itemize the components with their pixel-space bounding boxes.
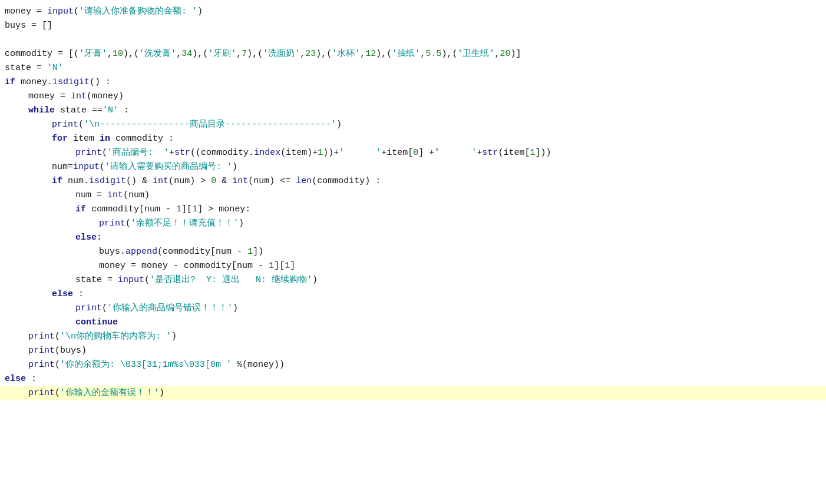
- op-token: =: [26, 21, 42, 31]
- num-token: 0: [413, 148, 418, 158]
- str-token: '洗面奶': [263, 49, 300, 59]
- method-token: isdigit: [89, 176, 126, 186]
- str-token: '你输入的商品编号错误！！！': [107, 303, 233, 313]
- line-content: print('你输入的商品编号错误！！！'): [0, 301, 826, 316]
- line-content: buys = []: [0, 19, 826, 33]
- op-token: :: [245, 204, 250, 214]
- var-token: money: [28, 91, 55, 101]
- code-line: else :: [0, 287, 826, 301]
- op-token: &: [216, 176, 232, 186]
- kw-token: for: [52, 134, 68, 144]
- bracket-token: [: [187, 204, 192, 214]
- op-token: -: [253, 261, 269, 271]
- op-token: =: [52, 49, 68, 59]
- punct-token: (: [123, 190, 128, 200]
- var-token: state: [75, 275, 102, 285]
- str-token: '\n你的购物车的内容为: ': [60, 331, 171, 341]
- builtin-token: print: [28, 331, 55, 341]
- code-line: print(buys): [0, 344, 826, 358]
- var-token: num: [253, 176, 269, 186]
- num-token: 20: [500, 49, 510, 59]
- str-token: '洗发膏': [139, 49, 176, 59]
- op-token: =: [91, 190, 107, 200]
- num-token: 1: [285, 261, 290, 271]
- punct-token: ),(: [192, 49, 208, 59]
- str-token: '抽纸': [392, 49, 420, 59]
- var-token: money: [247, 360, 274, 370]
- kw-token: if: [75, 204, 86, 214]
- bracket-token: ]: [274, 261, 279, 271]
- kw-token: if: [52, 176, 62, 186]
- bracket-token: ]: [197, 204, 203, 214]
- punct-token: ((: [190, 148, 201, 158]
- builtin-token: print: [28, 346, 55, 356]
- punct-token: ): [197, 6, 203, 16]
- builtin-token: int: [71, 91, 87, 101]
- var-token: item: [68, 134, 94, 144]
- code-line: else :: [0, 372, 826, 386]
- punct-token: .: [84, 176, 89, 186]
- punct-token: ,: [176, 49, 181, 59]
- code-line: num=input('请输入需要购买的商品编号: '): [0, 160, 826, 174]
- op-token: =: [68, 162, 73, 172]
- num-token: 1: [176, 204, 181, 214]
- builtin-token: print: [28, 388, 55, 398]
- var-token: num: [144, 204, 160, 214]
- bracket-token: [: [408, 148, 413, 158]
- num-token: 0: [211, 176, 216, 186]
- op-token: >: [203, 204, 219, 214]
- punct-token: .: [47, 77, 52, 87]
- var-token: item: [503, 148, 524, 158]
- op-token: -: [168, 261, 184, 271]
- str-token: '请输入需要购买的商品编号: ': [105, 162, 232, 172]
- punct-token: ,: [360, 49, 365, 59]
- code-line: print('\n-----------------商品目录----------…: [0, 118, 826, 132]
- method-token: append: [125, 247, 157, 257]
- op-token: =: [102, 275, 118, 285]
- op-token: +: [477, 148, 482, 158]
- str-token: 'N': [103, 105, 118, 115]
- punct-token: ),(: [247, 49, 263, 59]
- num-token: 1: [318, 148, 323, 158]
- line-content: if money.isdigit() :: [0, 75, 826, 89]
- punct-token: ),(: [123, 49, 139, 59]
- str-token: '你输入的金额有误！！': [60, 388, 159, 398]
- builtin-token: input: [73, 162, 100, 172]
- var-token: state: [5, 63, 31, 73]
- str-token: '卫生纸': [457, 49, 494, 59]
- builtin-token: str: [482, 148, 498, 158]
- op-token: >: [195, 176, 211, 186]
- op-token: <=: [275, 176, 296, 186]
- var-token: commodity: [317, 176, 365, 186]
- builtin-token: print: [75, 148, 102, 158]
- punct-token: (: [78, 120, 84, 130]
- punct-token: (): [90, 77, 100, 87]
- num-token: 7: [242, 49, 247, 59]
- code-line: buys.append(commodity[num - 1]): [0, 245, 826, 259]
- line-content: print('你的余额为: \033[31;1m%s\033[0m ' %(mo…: [0, 358, 826, 372]
- line-content: else :: [0, 287, 826, 301]
- bracket-token: [: [210, 247, 216, 257]
- line-content: commodity = [('牙膏',10),('洗发膏',34),('牙刷',…: [0, 47, 826, 61]
- op-token: =: [55, 91, 71, 101]
- method-token: isdigit: [52, 77, 90, 87]
- punct-token: (: [55, 388, 60, 398]
- punct-token: ,: [236, 49, 242, 59]
- punct-token: ): [312, 275, 318, 285]
- punct-token: ): [190, 176, 195, 186]
- punct-token: (: [55, 360, 60, 370]
- builtin-token: int: [232, 176, 248, 186]
- builtin-token: int: [153, 176, 168, 186]
- code-line: num = int(num): [0, 188, 826, 203]
- kw-token: in: [94, 134, 110, 144]
- op-token: =: [31, 6, 47, 16]
- punct-token: .: [120, 247, 125, 257]
- line-content: while state =='N' :: [0, 104, 826, 118]
- builtin-token: input: [47, 6, 74, 16]
- code-line: state = input('是否退出? Y: 退出 N: 继续购物'): [0, 273, 826, 287]
- line-content: print('\n-----------------商品目录----------…: [0, 118, 826, 132]
- var-token: buys: [60, 346, 81, 356]
- punct-token: ,: [300, 49, 305, 59]
- bracket-token: [(: [68, 49, 79, 59]
- line-content: money = int(money): [0, 89, 826, 104]
